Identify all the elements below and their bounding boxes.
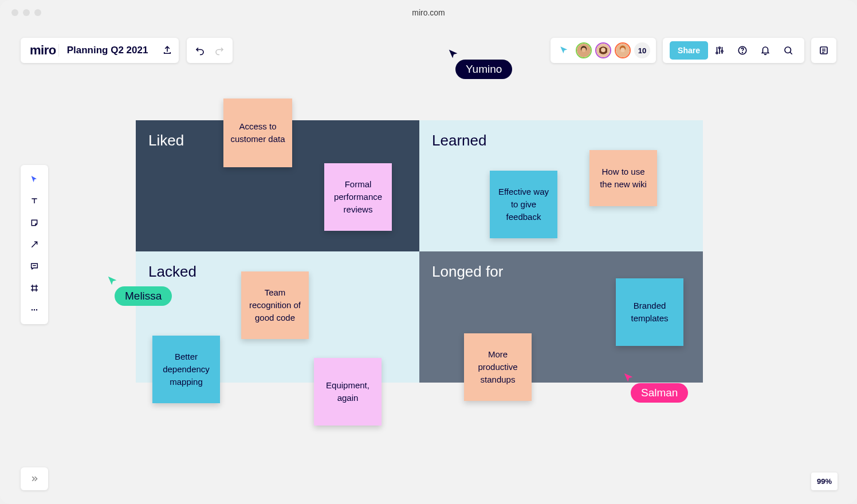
sticky-note[interactable]: How to use the new wiki <box>589 150 657 206</box>
quadrant-title: Learned <box>432 132 690 149</box>
window-maximize-dot[interactable] <box>34 9 41 16</box>
sticky-note[interactable]: Equipment, again <box>314 358 382 426</box>
sticky-note[interactable]: Team recognition of good code <box>241 271 309 339</box>
quadrant-learned: Learned <box>419 120 703 251</box>
cursor-label: Salman <box>631 383 688 403</box>
cursor-label: Melissa <box>115 286 172 306</box>
cursor-label: Yumino <box>455 60 512 79</box>
sticky-note[interactable]: Branded templates <box>616 278 683 346</box>
remote-cursor-yumino: Yumino <box>447 48 512 79</box>
sticky-note[interactable]: Access to customer data <box>223 99 292 167</box>
url-text: miro.com <box>412 8 445 17</box>
window-close-dot[interactable] <box>11 9 18 16</box>
cursor-icon <box>447 48 460 61</box>
app-frame: miro Planning Q2 2021 <box>0 25 857 504</box>
chevrons-right-icon <box>29 474 40 484</box>
zoom-level[interactable]: 99% <box>811 472 838 490</box>
sticky-note[interactable]: Formal performance reviews <box>324 163 392 231</box>
sticky-note[interactable]: Effective way to give feedback <box>490 171 557 238</box>
canvas[interactable]: Liked Learned Lacked Longed for Access t… <box>0 25 857 504</box>
sticky-note[interactable]: Better dependency mapping <box>152 336 220 403</box>
remote-cursor-salman: Salman <box>623 372 688 403</box>
sticky-note[interactable]: More productive standups <box>464 333 532 401</box>
cursor-icon <box>107 275 119 288</box>
window-minimize-dot[interactable] <box>23 9 30 16</box>
browser-chrome: miro.com <box>0 0 857 25</box>
window-controls <box>11 9 41 16</box>
cursor-icon <box>623 372 635 384</box>
remote-cursor-melissa: Melissa <box>107 275 172 306</box>
expand-panel-button[interactable] <box>21 467 48 490</box>
